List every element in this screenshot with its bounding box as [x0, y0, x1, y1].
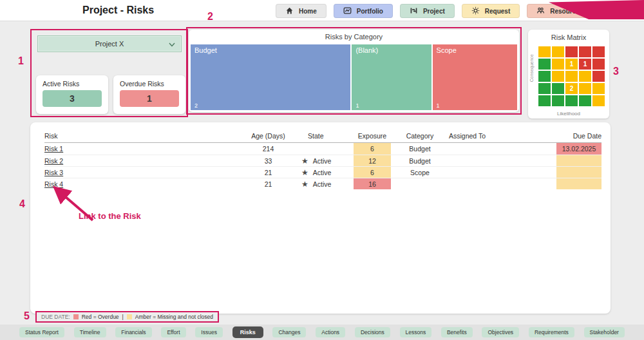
project-icon: [410, 6, 418, 16]
table-row: Risk 1 214 6 Budget 13.02.2025: [44, 143, 601, 155]
matrix-cell: [538, 46, 551, 57]
tab-financials[interactable]: Financials: [115, 327, 151, 337]
tab-stakeholder[interactable]: Stakeholder: [584, 327, 625, 337]
tab-effort[interactable]: Effort: [161, 327, 185, 337]
col-header-assigned-to[interactable]: Assigned To: [449, 132, 526, 140]
col-header-state[interactable]: State: [299, 132, 354, 140]
matrix-cell: [565, 46, 578, 57]
col-header-due-date[interactable]: Due Date: [556, 132, 601, 140]
matrix-cell: [552, 71, 564, 82]
matrix-cell: [552, 46, 564, 57]
matrix-cell: [565, 71, 578, 82]
tab-risks[interactable]: Risks: [232, 326, 263, 338]
treemap-cell-blank[interactable]: (Blank) 1: [352, 44, 431, 110]
table-row: Risk 3 21 ★Active 6 Scope: [44, 166, 601, 178]
matrix-cell: [538, 83, 551, 94]
table-row: Risk 2 33 ★Active 12 Budget: [44, 155, 601, 166]
risk-state: ★Active: [299, 156, 354, 165]
risk-link[interactable]: Risk 3: [44, 169, 63, 176]
tab-objectives[interactable]: Objectives: [482, 327, 519, 337]
nav-portfolio-label: Portfolio: [357, 8, 383, 15]
treemap-cell-label: Budget: [191, 44, 350, 54]
risk-category: Scope: [391, 169, 449, 176]
kpi-card-active-risks: Active Risks 3: [36, 75, 108, 114]
risk-due-date: [556, 167, 601, 178]
col-header-exposure[interactable]: Exposure: [354, 132, 391, 140]
star-icon: ★: [301, 156, 308, 165]
risk-state: ★Active: [299, 180, 354, 189]
tab-requirements[interactable]: Requirements: [529, 327, 574, 337]
risk-matrix-title: Risk Matrix: [528, 30, 609, 41]
risk-age: 21: [238, 180, 299, 188]
matrix-cell: [552, 83, 564, 94]
risk-age: 33: [238, 157, 299, 165]
tab-timeline[interactable]: Timeline: [74, 327, 106, 337]
risk-link[interactable]: Risk 2: [44, 157, 63, 165]
risk-link[interactable]: Risk 1: [44, 145, 63, 153]
col-header-category[interactable]: Category: [391, 132, 449, 140]
tab-lessons[interactable]: Lessons: [400, 327, 432, 337]
nav-home-button[interactable]: Home: [276, 4, 327, 18]
nav-home-label: Home: [299, 8, 317, 15]
tab-actions[interactable]: Actions: [316, 327, 345, 337]
matrix-cell-count[interactable]: 2: [565, 83, 578, 94]
risk-state-label: Active: [313, 169, 332, 176]
page-title: Project - Risks: [82, 5, 154, 16]
matrix-cell: [538, 59, 551, 70]
col-header-risk[interactable]: Risk: [44, 132, 238, 140]
treemap-panel: Risks by Category Budget 2 (Blank) 1 Sco…: [189, 30, 519, 112]
nav-project-button[interactable]: Project: [400, 4, 455, 18]
risk-matrix-x-axis-label: Likelihood: [528, 111, 609, 117]
matrix-cell: [592, 95, 605, 106]
matrix-cell-count[interactable]: 1: [565, 59, 578, 70]
legend-red-label: Red = Overdue: [82, 314, 119, 320]
annotation-number-4: 4: [19, 198, 25, 210]
red-swatch-icon: [73, 314, 79, 319]
matrix-cell: [592, 59, 605, 70]
kpi-card-overdue-risks: Overdue Risks 1: [113, 75, 185, 114]
treemap-cell-count: 2: [194, 102, 198, 109]
nav-portfolio-button[interactable]: Portfolio: [334, 4, 393, 18]
nav-request-label: Request: [485, 8, 510, 15]
matrix-cell-count[interactable]: 1: [579, 59, 591, 70]
risk-due-date: [556, 155, 601, 166]
annotation-number-1: 1: [18, 55, 24, 67]
tab-benefits[interactable]: Benefits: [441, 327, 473, 337]
amber-swatch-icon: [127, 314, 132, 319]
risk-due-date: 13.02.2025: [556, 143, 601, 155]
annotation-number-5: 5: [24, 310, 30, 322]
tab-status-report[interactable]: Status Report: [19, 327, 64, 337]
treemap-cell-label: Scope: [433, 44, 517, 54]
matrix-cell: [592, 71, 605, 82]
request-icon: [471, 6, 480, 16]
treemap-cell-budget[interactable]: Budget 2: [191, 44, 350, 110]
risk-category: Budget: [391, 157, 449, 165]
tab-decisions[interactable]: Decisions: [355, 327, 390, 337]
risk-due-date: [556, 178, 601, 189]
annotation-number-3: 3: [613, 66, 619, 77]
matrix-cell: [592, 83, 605, 94]
risk-category: Budget: [391, 145, 449, 153]
risks-by-category-treemap: Budget 2 (Blank) 1 Scope 1: [191, 44, 517, 110]
col-header-age[interactable]: Age (Days): [238, 132, 299, 140]
kpi-active-risks-value: 3: [43, 90, 102, 107]
project-dropdown[interactable]: Project X: [37, 35, 182, 52]
tab-changes[interactable]: Changes: [272, 327, 306, 337]
bottom-tab-bar: Status Report Timeline Financials Effort…: [0, 325, 644, 340]
top-nav: Home Portfolio Project Request Resource: [276, 4, 589, 18]
legend-amber-label: Amber = Missing and not closed: [135, 314, 213, 320]
due-date-legend: DUE DATE: Red = Overdue | Amber = Missin…: [35, 311, 219, 323]
table-row: Risk 4 21 ★Active 16: [44, 178, 601, 189]
resource-icon: [536, 6, 545, 16]
home-icon: [285, 6, 294, 16]
kpi-active-risks-label: Active Risks: [43, 80, 108, 88]
tab-issues[interactable]: Issues: [195, 327, 223, 337]
nav-request-button[interactable]: Request: [462, 4, 520, 18]
risk-matrix-grid: 11 2: [538, 46, 605, 106]
risk-state: ★Active: [299, 168, 354, 177]
treemap-cell-scope[interactable]: Scope 1: [433, 44, 517, 110]
star-icon: ★: [301, 180, 308, 189]
portfolio-icon: [343, 6, 352, 16]
annotation-link-note: Link to the Risk: [79, 211, 141, 221]
risk-matrix-y-axis-label: Consequence: [529, 54, 534, 82]
